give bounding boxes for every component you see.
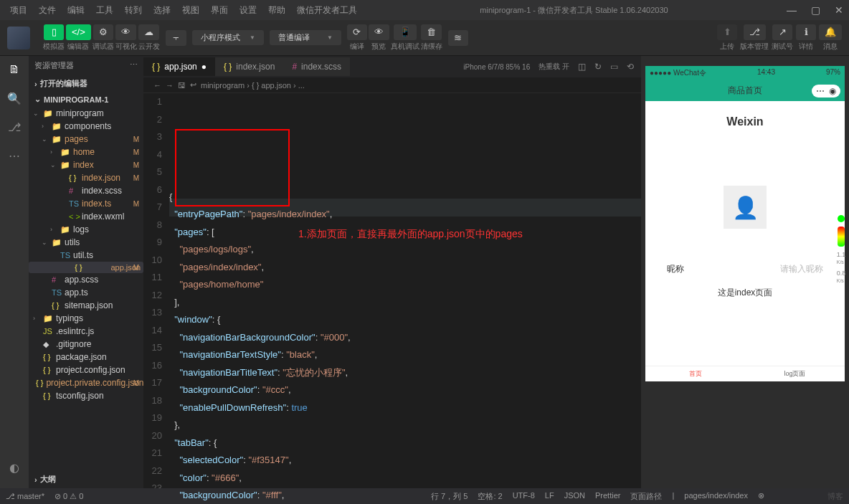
wxml-icon: < > xyxy=(69,212,79,221)
target-icon[interactable]: ◉ xyxy=(829,86,836,96)
rotate-icon[interactable]: ⟲ xyxy=(627,62,634,72)
right-上传[interactable]: ⬆ xyxy=(717,24,737,40)
explorer-icon[interactable]: 🗎 xyxy=(6,62,22,77)
right-消息[interactable]: 🔔 xyxy=(819,24,842,40)
route-path[interactable]: pages/index/index xyxy=(684,491,748,502)
device-info[interactable]: iPhone 6/7/8 85% 16 xyxy=(463,63,530,71)
search-icon[interactable]: 🔍 xyxy=(6,90,22,106)
branch-indicator[interactable]: ⎇ master* xyxy=(6,492,44,501)
close-tab-icon[interactable]: ● xyxy=(201,62,207,72)
tree-home[interactable]: ›📁homeM xyxy=(29,146,143,158)
tree-app.scss[interactable]: #app.scss xyxy=(29,273,143,286)
menu-界面[interactable]: 界面 xyxy=(207,3,232,18)
save-icon[interactable]: 🖫 xyxy=(178,81,186,90)
menu-视图[interactable]: 视图 xyxy=(178,3,204,18)
tree-components[interactable]: ›📁components xyxy=(29,120,143,133)
problems-indicator[interactable]: ⊘ 0 ⚠ 0 xyxy=(54,492,83,501)
tree-package.json[interactable]: { }package.json xyxy=(29,351,143,363)
outline-section[interactable]: ›大纲 xyxy=(29,471,143,488)
toolbar-模拟器[interactable]: ▯ xyxy=(44,24,64,40)
action-真机调试[interactable]: 📱 xyxy=(394,24,417,40)
toolbar-编辑器[interactable]: </> xyxy=(66,24,91,40)
tree-util.ts[interactable]: TSutil.ts xyxy=(29,249,143,262)
tree-sitemap.json[interactable]: { }sitemap.json xyxy=(29,299,143,312)
maximize-icon[interactable]: ▢ xyxy=(811,4,820,16)
hot-reload[interactable]: 热重载 开 xyxy=(539,62,569,72)
tree-.eslintrc.js[interactable]: JS.eslintrc.js xyxy=(29,325,143,338)
ts-icon: TS xyxy=(60,251,70,260)
nickname-input[interactable]: 请输入昵称 xyxy=(780,263,823,275)
close-icon[interactable]: ⊗ xyxy=(758,491,764,502)
tree-app.ts[interactable]: TSapp.ts xyxy=(29,286,143,299)
menu-icon[interactable]: ⋯ xyxy=(816,86,825,96)
avatar-placeholder[interactable]: 👤 xyxy=(724,186,767,229)
compile-select[interactable]: 普通编译▼ xyxy=(270,30,341,45)
tab-index.scss[interactable]: #index.scss xyxy=(283,57,350,76)
menu-项目[interactable]: 项目 xyxy=(6,3,32,18)
preview-panel: ●●●●● WeChat令14:4397% 商品首页 ⋯◉ Weixin 👤 昵… xyxy=(641,56,849,504)
menu-微信开发者工具[interactable]: 微信开发者工具 xyxy=(293,3,361,18)
close-icon[interactable]: ✕ xyxy=(835,4,843,16)
mode-select[interactable]: 小程序模式▼ xyxy=(192,30,264,45)
tree-.gitignore[interactable]: ◆.gitignore xyxy=(29,338,143,351)
account-icon[interactable]: ◐ xyxy=(6,460,22,475)
action-清缓存[interactable]: 🗑 xyxy=(421,24,442,40)
tree-index[interactable]: ⌄📁indexM xyxy=(29,158,143,171)
branch-icon[interactable]: ⎇ xyxy=(6,119,22,135)
tab-log[interactable]: log页面 xyxy=(745,366,845,381)
tree-pages[interactable]: ⌄📁pagesM xyxy=(29,133,143,146)
right-版本管理[interactable]: ⎇ xyxy=(744,24,766,40)
back-icon[interactable]: ← xyxy=(153,81,161,90)
action-预览[interactable]: 👁 xyxy=(369,24,389,40)
tab-home[interactable]: 首页 xyxy=(645,366,745,381)
menu-选择[interactable]: 选择 xyxy=(149,3,175,18)
watermark: 博客 xyxy=(827,491,843,502)
tree-logs[interactable]: ›📁logs xyxy=(29,223,143,236)
right-测试号[interactable]: ↗ xyxy=(772,24,792,40)
tree-index.wxml[interactable]: < >index.wxml xyxy=(29,210,143,223)
scss-icon: # xyxy=(52,275,62,284)
tree-miniprogram[interactable]: ⌄📁miniprogram xyxy=(29,107,143,120)
split-icon[interactable]: ◫ xyxy=(578,62,586,72)
tree-utils[interactable]: ⌄📁utils xyxy=(29,236,143,249)
forward-icon[interactable]: → xyxy=(166,81,174,90)
tab-index.json[interactable]: { }index.json xyxy=(215,57,283,76)
minimize-icon[interactable]: — xyxy=(787,4,797,16)
chevron-icon[interactable]: ↩ xyxy=(190,80,196,90)
json-icon: { } xyxy=(224,62,232,72)
menu-编辑[interactable]: 编辑 xyxy=(63,3,89,18)
more-icon[interactable]: ⋯ xyxy=(6,148,22,163)
menu-设置[interactable]: 设置 xyxy=(235,3,261,18)
toolbar: ▯模拟器</>编辑器⚙调试器👁可视化☁云开发 ⫟ 小程序模式▼ 普通编译▼ ⟳编… xyxy=(0,20,849,56)
refresh-icon[interactable]: ↻ xyxy=(594,62,602,72)
code-editor[interactable]: 1234567891011121314151617181920212223 1.… xyxy=(143,93,641,504)
toolbar-云开发[interactable]: ☁ xyxy=(138,24,159,40)
phone-icon[interactable]: ▭ xyxy=(610,62,618,72)
tree-index.json[interactable]: { }index.jsonM xyxy=(29,171,143,184)
open-editors-section[interactable]: ›打开的编辑器 xyxy=(29,75,143,92)
breadcrumb[interactable]: ← → 🖫 ↩ miniprogram › { } app.json › ... xyxy=(143,77,641,93)
phone-simulator[interactable]: ●●●●● WeChat令14:4397% 商品首页 ⋯◉ Weixin 👤 昵… xyxy=(645,66,845,381)
project-section[interactable]: ⌄MINIPROGRAM-1 xyxy=(29,92,143,107)
menu-转到[interactable]: 转到 xyxy=(120,3,146,18)
toolbar-可视化[interactable]: 👁 xyxy=(115,24,136,40)
tree-project.private.config.json[interactable]: { }project.private.config.jsonM xyxy=(29,376,143,389)
action-编译[interactable]: ⟳ xyxy=(347,24,367,40)
more-icon[interactable]: ⋯ xyxy=(130,60,138,71)
right-详情[interactable]: ℹ xyxy=(796,24,816,40)
json-icon: { } xyxy=(43,391,53,400)
divider-icon[interactable]: ⫟ xyxy=(166,30,186,46)
tree-project.config.json[interactable]: { }project.config.json xyxy=(29,363,143,376)
json-icon: { } xyxy=(43,353,53,361)
tree-app.json[interactable]: { }app.jsonM xyxy=(29,262,143,273)
tree-index.scss[interactable]: #index.scss xyxy=(29,184,143,197)
menu-文件[interactable]: 文件 xyxy=(34,3,60,18)
tree-typings[interactable]: ›📁typings xyxy=(29,312,143,325)
tree-tsconfig.json[interactable]: { }tsconfig.json xyxy=(29,389,143,402)
toolbar-调试器[interactable]: ⚙ xyxy=(93,24,113,40)
menu-工具[interactable]: 工具 xyxy=(92,3,118,18)
menu-帮助[interactable]: 帮助 xyxy=(264,3,290,18)
layers-icon[interactable]: ≋ xyxy=(448,30,468,46)
tree-index.ts[interactable]: TSindex.tsM xyxy=(29,197,143,210)
tab-app.json[interactable]: { }app.json● xyxy=(143,57,215,76)
